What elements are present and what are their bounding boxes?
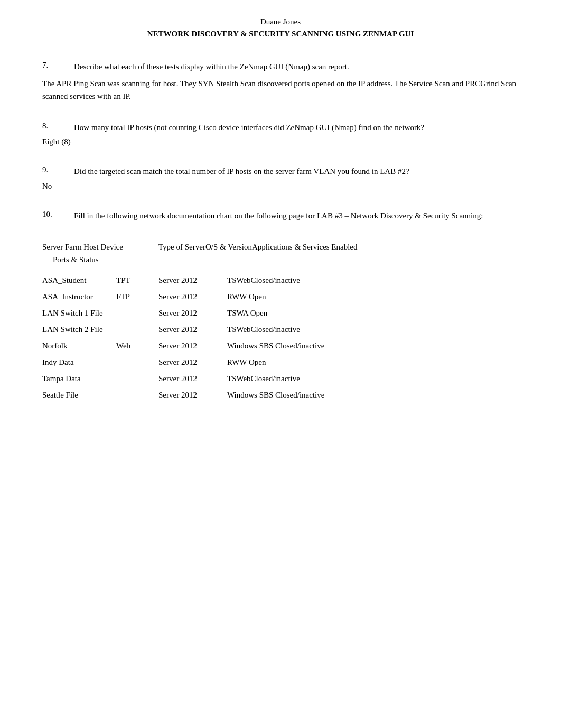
chart-col1-header: Server Farm Host Device Ports & Status — [42, 241, 158, 266]
table-row: LAN Switch 2 FileServer 2012TSWebClosed/… — [42, 322, 519, 337]
chart-data-rows: ASA_StudentTPTServer 2012TSWebClosed/ina… — [42, 273, 519, 402]
device-cell: LAN Switch 1 File — [42, 306, 116, 320]
apps-cell: RWW Open — [227, 290, 519, 304]
q7-number: 7. — [42, 61, 74, 73]
page-header: Duane Jones NETWORK DISCOVERY & SECURITY… — [42, 16, 519, 40]
question-9-line: 9. Did the targeted scan match the total… — [42, 165, 519, 178]
apps-cell: TSWebClosed/inactive — [227, 322, 519, 337]
question-10-section: 10. Fill in the following network docume… — [42, 210, 519, 222]
table-row: Indy DataServer 2012RWW Open — [42, 355, 519, 370]
device-cell: Tampa Data — [42, 372, 116, 386]
apps-cell: TSWebClosed/inactive — [227, 372, 519, 386]
apps-cell: TSWebClosed/inactive — [227, 273, 519, 288]
apps-cell: Windows SBS Closed/inactive — [227, 339, 519, 353]
port-cell: Web — [116, 339, 158, 353]
chart-col2-header: Type of ServerO/S & VersionApplications … — [158, 241, 358, 253]
network-chart: Server Farm Host Device Ports & Status T… — [42, 241, 519, 402]
device-cell: LAN Switch 2 File — [42, 322, 116, 337]
device-cell: Norfolk — [42, 339, 116, 353]
question-9-section: 9. Did the targeted scan match the total… — [42, 165, 519, 191]
port-cell: TPT — [116, 273, 158, 288]
apps-cell: Windows SBS Closed/inactive — [227, 388, 519, 402]
os-cell: Server 2012 — [158, 372, 227, 386]
chart-host-device-label: Server Farm Host Device — [42, 241, 158, 253]
question-10-line: 10. Fill in the following network docume… — [42, 210, 519, 222]
question-7-line: 7. Describe what each of these tests dis… — [42, 61, 519, 73]
q10-text: Fill in the following network documentat… — [74, 210, 483, 222]
q9-text: Did the targeted scan match the total nu… — [74, 165, 409, 178]
table-row: Tampa DataServer 2012TSWebClosed/inactiv… — [42, 372, 519, 386]
os-cell: Server 2012 — [158, 306, 227, 320]
port-cell: FTP — [116, 290, 158, 304]
author-name: Duane Jones — [42, 16, 519, 28]
device-cell: ASA_Instructor — [42, 290, 116, 304]
question-8-line: 8. How many total IP hosts (not counting… — [42, 122, 519, 134]
os-cell: Server 2012 — [158, 339, 227, 353]
chart-header-row: Server Farm Host Device Ports & Status T… — [42, 241, 519, 266]
question-7-section: 7. Describe what each of these tests dis… — [42, 61, 519, 103]
device-cell: Seattle File — [42, 388, 116, 402]
table-row: ASA_StudentTPTServer 2012TSWebClosed/ina… — [42, 273, 519, 288]
document-title: NETWORK DISCOVERY & SECURITY SCANNING US… — [42, 28, 519, 40]
q7-text: Describe what each of these tests displa… — [74, 61, 349, 73]
table-row: LAN Switch 1 FileServer 2012TSWA Open — [42, 306, 519, 320]
chart-ports-status-label: Ports & Status — [42, 253, 158, 266]
os-cell: Server 2012 — [158, 290, 227, 304]
os-cell: Server 2012 — [158, 388, 227, 402]
q9-number: 9. — [42, 165, 74, 178]
question-8-section: 8. How many total IP hosts (not counting… — [42, 122, 519, 147]
q8-number: 8. — [42, 122, 74, 134]
table-row: ASA_InstructorFTPServer 2012RWW Open — [42, 290, 519, 304]
q8-answer: Eight (8) — [42, 137, 519, 146]
q9-answer: No — [42, 182, 519, 191]
q10-number: 10. — [42, 210, 74, 222]
q7-answer: The APR Ping Scan was scanning for host.… — [42, 77, 519, 103]
table-row: NorfolkWebServer 2012Windows SBS Closed/… — [42, 339, 519, 353]
q8-text: How many total IP hosts (not counting Ci… — [74, 122, 424, 134]
os-cell: Server 2012 — [158, 273, 227, 288]
device-cell: Indy Data — [42, 355, 116, 370]
device-cell: ASA_Student — [42, 273, 116, 288]
table-row: Seattle FileServer 2012Windows SBS Close… — [42, 388, 519, 402]
os-cell: Server 2012 — [158, 355, 227, 370]
apps-cell: TSWA Open — [227, 306, 519, 320]
apps-cell: RWW Open — [227, 355, 519, 370]
os-cell: Server 2012 — [158, 322, 227, 337]
